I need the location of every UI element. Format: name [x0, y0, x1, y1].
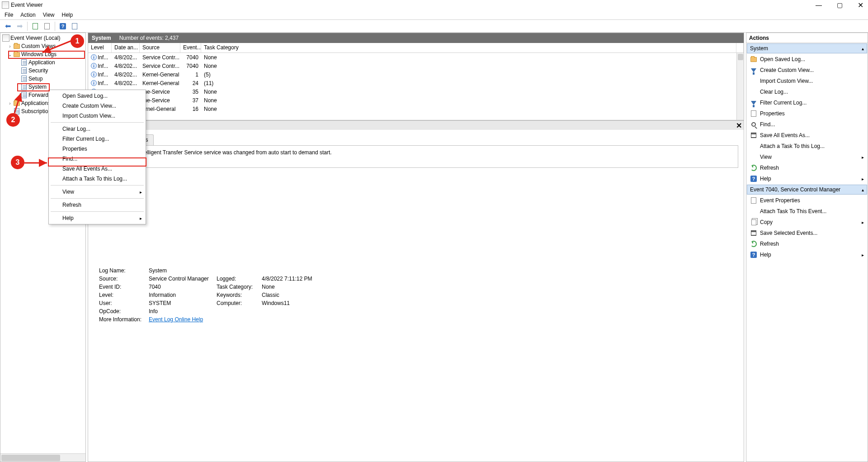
- action-item[interactable]: Attach a Task To this Log...: [746, 141, 868, 152]
- ctx-import-custom-view[interactable]: Import Custom View...: [49, 111, 146, 121]
- tree-custom-views[interactable]: › Custom Views: [1, 42, 85, 50]
- info-icon: i: [91, 63, 97, 69]
- field-computer-key: Computer:: [217, 300, 262, 306]
- actions-title: Actions: [746, 33, 868, 43]
- action-item[interactable]: Import Custom View...: [746, 76, 868, 86]
- col-date[interactable]: Date an...: [112, 43, 140, 52]
- action-icon: [750, 229, 757, 237]
- action-item[interactable]: Open Saved Log...: [746, 54, 868, 65]
- ctx-find[interactable]: Find...: [49, 154, 146, 164]
- ctx-view[interactable]: View▸: [49, 187, 146, 197]
- minimize-button[interactable]: —: [815, 1, 823, 9]
- ctx-filter-current-log[interactable]: Filter Current Log...: [49, 134, 146, 144]
- action-icon: [750, 143, 757, 150]
- action-item[interactable]: Copy▸: [746, 217, 868, 228]
- action-icon: [750, 121, 757, 128]
- info-icon: i: [91, 71, 97, 77]
- action-item[interactable]: ?Help▸: [746, 173, 868, 184]
- action-item[interactable]: Clear Log...: [746, 86, 868, 97]
- action-icon: [750, 110, 757, 117]
- action-icon: [750, 164, 757, 171]
- action-icon: [750, 99, 757, 106]
- action-item[interactable]: Refresh: [746, 162, 868, 173]
- context-menu: Open Saved Log... Create Custom View... …: [48, 90, 146, 224]
- action-item[interactable]: Properties: [746, 108, 868, 119]
- maximize-button[interactable]: ▢: [835, 1, 844, 9]
- action-item[interactable]: Attach Task To This Event...: [746, 206, 868, 217]
- ctx-properties[interactable]: Properties: [49, 144, 146, 154]
- ctx-help[interactable]: Help▸: [49, 213, 146, 223]
- tree-security[interactable]: Security: [1, 67, 85, 75]
- field-eventid-key: Event ID:: [99, 284, 149, 290]
- action-item[interactable]: ?Help▸: [746, 249, 868, 260]
- ctx-clear-log[interactable]: Clear Log...: [49, 124, 146, 134]
- event-vertical-scrollbar[interactable]: [736, 53, 744, 120]
- action-item[interactable]: Event Properties: [746, 195, 868, 206]
- tree-windows-logs[interactable]: ⌄ Windows Logs: [1, 50, 85, 58]
- tree-setup[interactable]: Setup: [1, 75, 85, 83]
- menu-help[interactable]: Help: [62, 12, 73, 18]
- table-row[interactable]: iInf...4/8/202...me-Service37None: [88, 96, 736, 105]
- actions-section-event[interactable]: Event 7040, Service Control Manager▴: [747, 185, 867, 195]
- action-item[interactable]: Refresh: [746, 238, 868, 249]
- menu-bar: File Action View Help: [0, 10, 868, 20]
- action-icon: [750, 67, 757, 74]
- action-item[interactable]: View▸: [746, 152, 868, 162]
- toolbar-icon-2[interactable]: [42, 21, 52, 31]
- action-item[interactable]: Save Selected Events...: [746, 228, 868, 238]
- close-button[interactable]: ✕: [856, 1, 864, 10]
- table-row[interactable]: iInf...4/8/202...Kernel-General1(5): [88, 70, 736, 79]
- action-item[interactable]: Create Custom View...: [746, 65, 868, 76]
- table-row[interactable]: iInf...4/8/202...me-Service35None: [88, 87, 736, 96]
- field-source-key: Source:: [99, 276, 149, 282]
- toolbar-help-icon[interactable]: ?: [58, 21, 68, 31]
- field-keywords-key: Keywords:: [217, 292, 262, 298]
- event-column-header[interactable]: Level Date an... Source Event... Task Ca…: [88, 43, 744, 53]
- ctx-refresh[interactable]: Refresh: [49, 200, 146, 210]
- action-icon: [750, 240, 757, 248]
- menu-action[interactable]: Action: [20, 12, 35, 18]
- back-button[interactable]: ⬅: [3, 21, 13, 31]
- tree-horizontal-scrollbar[interactable]: [0, 453, 85, 462]
- details-close-button[interactable]: ✕: [736, 121, 742, 130]
- app-icon: [2, 1, 9, 9]
- field-user-key: User:: [99, 300, 149, 306]
- menu-view[interactable]: View: [43, 12, 55, 18]
- actions-pane: Actions System▴ Open Saved Log...Create …: [746, 33, 868, 462]
- action-icon: [750, 219, 757, 226]
- action-icon: [750, 56, 757, 63]
- event-log-online-help-link[interactable]: Event Log Online Help: [149, 316, 217, 323]
- col-level[interactable]: Level: [88, 43, 112, 52]
- action-icon: ?: [750, 175, 757, 182]
- actions-section-system[interactable]: System▴: [747, 43, 867, 53]
- event-list[interactable]: iInf...4/8/202...Service Contr...7040Non…: [88, 53, 736, 120]
- col-source[interactable]: Source: [140, 43, 180, 52]
- forward-button[interactable]: ➡: [14, 21, 24, 31]
- action-icon: [750, 132, 757, 139]
- action-item[interactable]: Filter Current Log...: [746, 97, 868, 108]
- ctx-attach-task[interactable]: Attach a Task To this Log...: [49, 174, 146, 184]
- menu-file[interactable]: File: [5, 12, 13, 18]
- col-task[interactable]: Task Category: [201, 43, 736, 52]
- table-row[interactable]: iInf...4/8/202...Service Contr...7040Non…: [88, 53, 736, 62]
- tree-root[interactable]: Event Viewer (Local): [1, 34, 85, 42]
- action-item[interactable]: Save All Events As...: [746, 130, 868, 141]
- action-icon: [750, 153, 757, 161]
- action-item[interactable]: Find...: [746, 119, 868, 130]
- details-header: ntrol Manager ✕: [88, 120, 744, 130]
- ctx-open-saved-log[interactable]: Open Saved Log...: [49, 91, 146, 101]
- action-icon: [750, 88, 757, 95]
- toolbar-icon-1[interactable]: [30, 21, 40, 31]
- center-header: System Number of events: 2,437: [88, 33, 744, 43]
- window-title: Event Viewer: [11, 2, 42, 8]
- table-row[interactable]: iInf...4/8/202...Kernel-General24(11): [88, 79, 736, 87]
- field-taskcat-key: Task Category:: [217, 284, 262, 290]
- toolbar-icon-4[interactable]: [70, 21, 80, 31]
- table-row[interactable]: iInf...4/8/202...ernel-General16None: [88, 105, 736, 113]
- center-pane: System Number of events: 2,437 Level Dat…: [88, 33, 744, 462]
- ctx-save-all-events[interactable]: Save All Events As...: [49, 164, 146, 174]
- tree-application[interactable]: Application: [1, 58, 85, 67]
- table-row[interactable]: iInf...4/8/202...Service Contr...7040Non…: [88, 62, 736, 70]
- ctx-create-custom-view[interactable]: Create Custom View...: [49, 101, 146, 111]
- col-eventid[interactable]: Event...: [180, 43, 201, 52]
